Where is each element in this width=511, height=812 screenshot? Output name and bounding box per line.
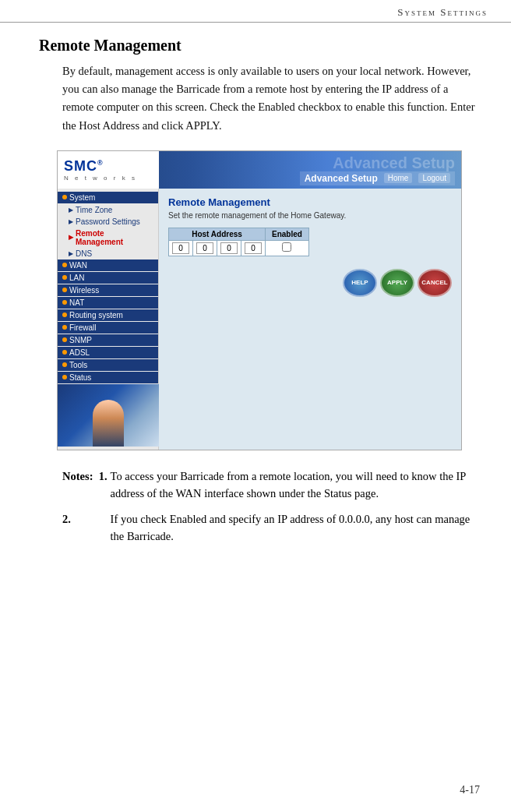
sidebar-wireless[interactable]: Wireless	[58, 284, 158, 296]
sidebar-item-timezone[interactable]: ▶ Time Zone	[58, 204, 158, 216]
sidebar-tools[interactable]: Tools	[58, 359, 158, 371]
sidebar-decorative-image	[58, 384, 159, 447]
sidebar-system: System	[58, 192, 158, 203]
note-row-1: Notes: 1. To access your Barricade from …	[62, 466, 480, 509]
host-octet-2[interactable]	[196, 242, 213, 254]
host-address-row	[169, 240, 309, 256]
advanced-setup-label: Advanced Setup	[305, 173, 378, 184]
router-sidebar: System ▶ Time Zone ▶ Password Settings ▶…	[58, 189, 159, 450]
panel-subtitle: Set the remote management of the Home Ga…	[168, 211, 452, 220]
note-1-num: 1.	[99, 470, 107, 482]
sidebar-snmp[interactable]: SNMP	[58, 334, 158, 346]
note-row-2: 2. If you check Enabled and specify an I…	[62, 509, 480, 552]
notes-label: Notes:	[62, 470, 93, 482]
note-2-num: 2.	[62, 513, 71, 525]
host-octet-1[interactable]	[172, 242, 189, 254]
host-address-header: Host Address	[169, 228, 266, 240]
host-address-table: Host Address Enabled	[168, 228, 309, 256]
section-heading: Remote Management	[39, 37, 480, 55]
sidebar-firewall[interactable]: Firewall	[58, 322, 158, 334]
sidebar-routing-system[interactable]: Routing system	[58, 309, 158, 321]
panel-title: Remote Management	[168, 196, 452, 208]
home-link[interactable]: Home	[384, 173, 413, 183]
router-header: SMC® N e t w o r k s Advanced Setup Adva…	[58, 151, 461, 189]
router-ui-screenshot: SMC® N e t w o r k s Advanced Setup Adva…	[57, 150, 462, 450]
sidebar-item-dns[interactable]: ▶ DNS	[58, 248, 158, 259]
logout-link[interactable]: Logout	[418, 173, 450, 183]
header-title: System Settings	[397, 6, 488, 18]
page-number: 4-17	[460, 784, 480, 796]
advanced-setup-bar: Advanced Setup Home Logout	[300, 171, 455, 185]
sidebar-nat[interactable]: NAT	[58, 297, 158, 309]
enabled-header: Enabled	[266, 228, 309, 240]
router-body: System ▶ Time Zone ▶ Password Settings ▶…	[58, 189, 461, 450]
sidebar-item-remote-management[interactable]: ▶ Remote Management	[58, 228, 158, 248]
help-button[interactable]: HELP	[343, 269, 377, 297]
notes-table: Notes: 1. To access your Barricade from …	[62, 466, 480, 552]
sidebar-adsl[interactable]: ADSL	[58, 347, 158, 358]
host-octet-4[interactable]	[245, 242, 262, 254]
sidebar-wan[interactable]: WAN	[58, 259, 158, 271]
apply-button[interactable]: APPLY	[380, 269, 414, 297]
page-header: System Settings	[0, 0, 511, 23]
smc-logo: SMC® N e t w o r k s	[58, 151, 159, 189]
person-silhouette	[93, 400, 124, 447]
action-buttons: HELP APPLY CANCEL	[168, 269, 452, 297]
main-panel: Remote Management Set the remote managem…	[159, 189, 461, 450]
note-2-text: If you check Enabled and specify an IP a…	[111, 509, 480, 552]
sidebar-item-password[interactable]: ▶ Password Settings	[58, 216, 158, 228]
enabled-checkbox[interactable]	[282, 242, 291, 252]
sidebar-status[interactable]: Status	[58, 372, 158, 383]
router-header-right: Advanced Setup Advanced Setup Home Logou…	[159, 151, 461, 189]
cancel-button[interactable]: CANCEL	[418, 269, 452, 297]
note-1-text: To access your Barricade from a remote l…	[111, 466, 480, 509]
host-octet-3[interactable]	[220, 242, 238, 254]
sidebar-lan[interactable]: LAN	[58, 272, 158, 284]
advanced-setup-bg-text: Advanced Setup	[333, 154, 455, 172]
notes-section: Notes: 1. To access your Barricade from …	[39, 466, 480, 552]
body-text: By default, management access is only av…	[62, 62, 480, 135]
